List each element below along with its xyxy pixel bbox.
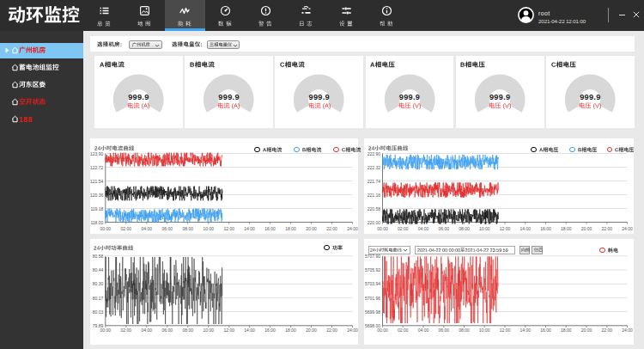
svg-text:119.18: 119.18 bbox=[90, 206, 103, 211]
svg-text:121.54: 121.54 bbox=[90, 179, 104, 184]
svg-text:80.30: 80.30 bbox=[92, 281, 103, 286]
svg-text:20:00: 20:00 bbox=[306, 328, 317, 333]
svg-text:22:00: 22:00 bbox=[601, 226, 612, 231]
svg-text:18:00: 18:00 bbox=[560, 328, 571, 333]
svg-text:12:00: 12:00 bbox=[499, 328, 510, 333]
svg-text:06:00: 06:00 bbox=[161, 328, 173, 333]
svg-text:22:00: 22:00 bbox=[601, 328, 612, 333]
svg-text:08:00: 08:00 bbox=[182, 328, 193, 333]
svg-text:10:00: 10:00 bbox=[203, 226, 214, 231]
svg-text:08:00: 08:00 bbox=[459, 226, 470, 231]
svg-text:18:00: 18:00 bbox=[560, 226, 571, 231]
svg-text:24:00: 24:00 bbox=[622, 328, 633, 333]
svg-text:12:00: 12:00 bbox=[499, 226, 510, 231]
svg-text:12:00: 12:00 bbox=[223, 328, 234, 333]
svg-text:02:00: 02:00 bbox=[397, 328, 408, 333]
svg-text:222.32: 222.32 bbox=[367, 165, 380, 170]
svg-text:16:00: 16:00 bbox=[264, 226, 276, 231]
svg-text:06:00: 06:00 bbox=[438, 328, 449, 333]
svg-text:118.00: 118.00 bbox=[90, 220, 103, 225]
svg-text:14:00: 14:00 bbox=[519, 226, 531, 231]
svg-text:221.16: 221.16 bbox=[367, 193, 380, 198]
svg-text:80.44: 80.44 bbox=[92, 267, 103, 272]
svg-text:5699.98: 5699.98 bbox=[364, 309, 380, 314]
svg-text:10:00: 10:00 bbox=[203, 328, 214, 333]
svg-text:08:00: 08:00 bbox=[459, 328, 470, 333]
svg-text:04:00: 04:00 bbox=[417, 226, 428, 231]
svg-text:14:00: 14:00 bbox=[519, 328, 531, 333]
svg-text:18:00: 18:00 bbox=[285, 226, 296, 231]
svg-text:80.03: 80.03 bbox=[92, 309, 103, 314]
svg-text:122.72: 122.72 bbox=[90, 165, 104, 170]
svg-text:16:00: 16:00 bbox=[540, 226, 551, 231]
svg-text:120.36: 120.36 bbox=[90, 193, 104, 198]
svg-text:5703.94: 5703.94 bbox=[364, 281, 380, 286]
svg-text:06:00: 06:00 bbox=[438, 226, 449, 231]
svg-text:04:00: 04:00 bbox=[417, 328, 428, 333]
svg-text:02:00: 02:00 bbox=[397, 226, 408, 231]
svg-text:04:00: 04:00 bbox=[141, 226, 152, 231]
svg-text:04:00: 04:00 bbox=[141, 328, 152, 333]
svg-text:220.00: 220.00 bbox=[367, 220, 380, 225]
svg-text:12:00: 12:00 bbox=[223, 226, 234, 231]
svg-text:16:00: 16:00 bbox=[264, 328, 276, 333]
svg-text:08:00: 08:00 bbox=[182, 226, 193, 231]
svg-text:5701.96: 5701.96 bbox=[364, 295, 380, 300]
svg-text:00:00: 00:00 bbox=[377, 328, 388, 333]
svg-text:22:00: 22:00 bbox=[326, 328, 337, 333]
svg-text:14:00: 14:00 bbox=[244, 328, 255, 333]
svg-text:20:00: 20:00 bbox=[580, 328, 592, 333]
svg-text:22:00: 22:00 bbox=[326, 226, 337, 231]
svg-text:14:00: 14:00 bbox=[244, 226, 255, 231]
svg-text:80.58: 80.58 bbox=[92, 254, 103, 259]
svg-text:20:00: 20:00 bbox=[580, 226, 592, 231]
svg-text:5705.92: 5705.92 bbox=[364, 267, 380, 272]
svg-text:18:00: 18:00 bbox=[285, 328, 296, 333]
svg-text:24:00: 24:00 bbox=[622, 226, 633, 231]
svg-text:24:00: 24:00 bbox=[347, 226, 358, 231]
svg-text:00:00: 00:00 bbox=[100, 328, 111, 333]
svg-text:221.74: 221.74 bbox=[367, 179, 380, 184]
svg-text:80.17: 80.17 bbox=[92, 295, 103, 300]
svg-text:16:00: 16:00 bbox=[540, 328, 551, 333]
svg-text:220.58: 220.58 bbox=[367, 206, 380, 211]
svg-text:10:00: 10:00 bbox=[478, 226, 489, 231]
svg-text:02:00: 02:00 bbox=[120, 328, 131, 333]
svg-text:06:00: 06:00 bbox=[161, 226, 173, 231]
svg-text:00:00: 00:00 bbox=[377, 226, 388, 231]
svg-text:20:00: 20:00 bbox=[306, 226, 317, 231]
svg-text:00:00: 00:00 bbox=[100, 226, 111, 231]
svg-text:24:00: 24:00 bbox=[347, 328, 358, 333]
svg-text:02:00: 02:00 bbox=[120, 226, 131, 231]
svg-text:10:00: 10:00 bbox=[478, 328, 489, 333]
